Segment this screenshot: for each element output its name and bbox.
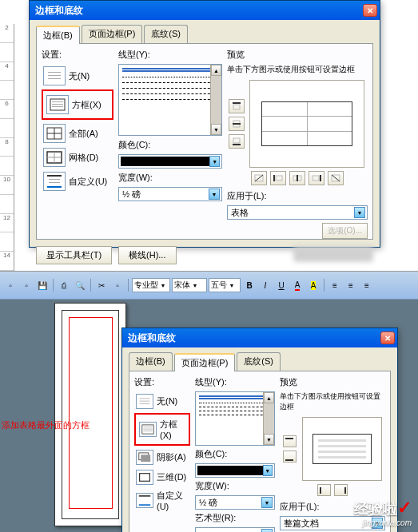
linetype-listbox[interactable]: ▲ ▼ [118, 64, 222, 136]
all-icon [43, 124, 66, 143]
tb-copy-icon[interactable]: ▫ [110, 278, 125, 292]
tb-open-icon[interactable]: ▫ [19, 278, 34, 292]
close-button[interactable]: ✕ [363, 4, 377, 17]
titlebar[interactable]: 边框和底纹 ✕ [30, 1, 380, 20]
highlight-box: 方框(X) [42, 89, 113, 120]
apply-combo[interactable]: 表格 ▼ [227, 205, 368, 220]
tab-page-borders[interactable]: 页面边框(P) [174, 353, 236, 371]
combo-dropdown-icon[interactable]: ▼ [261, 497, 273, 508]
bold-button[interactable]: B [242, 278, 257, 292]
combo-dropdown-icon[interactable]: ▼ [263, 465, 273, 476]
dialog-title: 边框和底纹 [125, 332, 380, 345]
scrollbar[interactable]: ▲ ▼ [210, 65, 221, 135]
border-left-button[interactable] [270, 171, 286, 185]
setting-shadow[interactable]: 阴影(A) [134, 447, 190, 467]
setting-3d[interactable]: 三维(D) [134, 467, 190, 487]
tb-preview-icon[interactable]: 🔍 [73, 278, 87, 292]
border-bottom-button[interactable] [229, 134, 245, 149]
border-left-button[interactable] [317, 484, 331, 496]
setting-all[interactable]: 全部(A) [42, 121, 113, 145]
italic-button[interactable]: I [258, 278, 273, 292]
preview-diagram[interactable] [302, 417, 382, 481]
setting-none[interactable]: 无(N) [134, 391, 190, 411]
horizontal-line-button[interactable]: 横线(H)... [118, 246, 176, 264]
watermark: 经验啦✓ jingyanla.com [354, 498, 412, 527]
svg-rect-5 [52, 104, 63, 105]
svg-line-24 [255, 175, 263, 181]
svg-rect-35 [140, 403, 150, 404]
threed-icon [136, 470, 153, 485]
none-icon [136, 394, 153, 409]
svg-rect-1 [48, 75, 61, 76]
watermark-url: jingyanla.com [354, 518, 412, 527]
linetype-column: 线型(Y): ▲ ▼ [195, 376, 275, 529]
align-left-icon[interactable]: ≡ [328, 278, 342, 292]
underline-button[interactable]: U [274, 278, 289, 292]
setting-custom[interactable]: 自定义(U) [134, 487, 190, 514]
align-right-icon[interactable]: ≡ [360, 278, 374, 292]
tab-shading[interactable]: 底纹(S) [144, 25, 188, 43]
color-combo[interactable]: ▼ [118, 154, 222, 169]
art-combo[interactable]: ▼ [195, 527, 275, 532]
blurred-area [293, 246, 373, 262]
none-icon [43, 66, 66, 85]
tb-print-icon[interactable]: ⎙ [57, 278, 71, 292]
font-color-button[interactable]: A [290, 278, 305, 292]
bottom-screenshot: ▫ ▫ 💾 ⎙ 🔍 ✂ ▫ 专业型▼ 宋体▼ 五号▼ B I U A A ≡ ≡… [0, 272, 418, 532]
settings-label: 设置: [42, 49, 113, 61]
close-button[interactable]: ✕ [380, 332, 395, 344]
svg-rect-6 [52, 106, 63, 107]
border-vmid-button[interactable] [289, 171, 305, 185]
color-combo[interactable]: ▼ [195, 463, 275, 478]
svg-rect-15 [49, 179, 60, 180]
box-icon [139, 422, 157, 437]
annotation-text: 添加表格最外面的方框 [2, 419, 105, 431]
tab-borders[interactable]: 边框(B) [129, 352, 173, 371]
scrollbar[interactable]: ▲ ▼ [263, 392, 274, 445]
border-diag1-button[interactable] [251, 171, 267, 185]
border-top-button[interactable] [229, 99, 245, 113]
scroll-down[interactable]: ▼ [211, 124, 221, 135]
tb-save-icon[interactable]: 💾 [35, 278, 50, 292]
border-diag2-button[interactable] [328, 171, 344, 185]
border-hmid-button[interactable] [229, 117, 245, 131]
tb-cut-icon[interactable]: ✂ [94, 278, 109, 292]
width-label: 宽度(W): [195, 480, 275, 492]
tab-shading[interactable]: 底纹(S) [237, 352, 281, 371]
tab-row: 边框(B) 页面边框(P) 底纹(S) [122, 347, 397, 371]
combo-dropdown-icon[interactable]: ▼ [209, 156, 220, 167]
preview-diagram[interactable] [249, 80, 364, 168]
style-combo[interactable]: 专业型▼ [132, 278, 170, 292]
setting-custom[interactable]: 自定义(U) [42, 169, 113, 193]
setting-box[interactable]: 方框(X) [45, 93, 110, 117]
titlebar[interactable]: 边框和底纹 ✕ [122, 328, 397, 347]
size-combo[interactable]: 五号▼ [209, 278, 241, 292]
scroll-up[interactable]: ▲ [211, 65, 221, 76]
width-combo[interactable]: ½ 磅 ▼ [195, 495, 275, 510]
setting-none[interactable]: 无(N) [42, 64, 113, 88]
width-label: 宽度(W): [118, 172, 222, 184]
border-right-button[interactable] [309, 171, 324, 185]
settings-label: 设置: [134, 376, 190, 388]
border-top-button[interactable] [283, 435, 297, 447]
setting-grid[interactable]: 网格(D) [42, 145, 113, 169]
scroll-down[interactable]: ▼ [264, 434, 274, 445]
align-center-icon[interactable]: ≡ [344, 278, 358, 292]
linetype-listbox[interactable]: ▲ ▼ [195, 391, 275, 446]
scroll-up[interactable]: ▲ [264, 392, 274, 403]
border-right-button[interactable] [334, 484, 348, 496]
combo-dropdown-icon[interactable]: ▼ [261, 529, 273, 532]
linetype-column: 线型(Y): ▲ ▼ 颜色(C): [118, 49, 222, 234]
setting-box[interactable]: 方框(X) [137, 416, 187, 443]
tab-page-borders[interactable]: 页面边框(P) [82, 25, 143, 43]
apply-label: 应用于(L): [227, 190, 368, 202]
border-bottom-button[interactable] [283, 451, 297, 463]
show-toolbar-button[interactable]: 显示工具栏(T) [36, 246, 112, 264]
width-combo[interactable]: ½ 磅 ▼ [118, 187, 222, 201]
tab-borders[interactable]: 边框(B) [36, 26, 80, 44]
combo-dropdown-icon[interactable]: ▼ [209, 189, 220, 200]
highlight-button[interactable]: A [306, 278, 320, 292]
tb-new-icon[interactable]: ▫ [3, 278, 18, 292]
font-combo[interactable]: 宋体▼ [172, 278, 207, 292]
combo-dropdown-icon[interactable]: ▼ [354, 207, 365, 218]
